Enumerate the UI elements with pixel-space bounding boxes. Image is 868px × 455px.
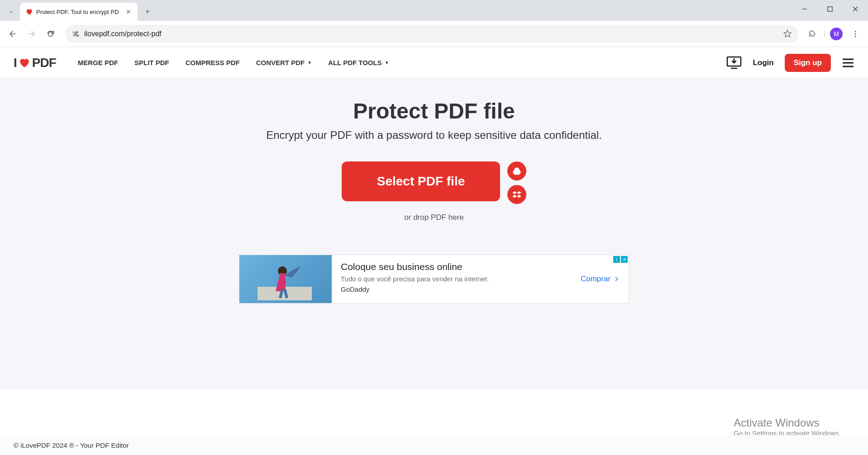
google-drive-icon — [512, 167, 521, 175]
svg-point-7 — [855, 35, 856, 37]
star-icon — [783, 29, 792, 38]
person-yoga-icon — [258, 260, 312, 300]
browser-toolbar: ilovepdf.com/protect-pdf | M — [0, 21, 868, 47]
profile-button[interactable]: M — [828, 26, 844, 42]
page-subtitle: Encrypt your PDF with a password to keep… — [0, 129, 868, 142]
new-tab-button[interactable]: + — [140, 5, 155, 19]
tab-title: Protect PDF. Tool to encrypt PD — [36, 9, 121, 15]
dropbox-button[interactable] — [507, 185, 526, 204]
heart-icon — [18, 57, 31, 69]
logo-prefix: I — [14, 56, 17, 70]
browser-tab[interactable]: Protect PDF. Tool to encrypt PD ✕ — [20, 3, 138, 21]
site-footer: © iLovePDF 2024 ® - Your PDF Editor — [0, 435, 868, 455]
arrow-left-icon — [8, 29, 17, 38]
copyright: © iLovePDF 2024 ® - Your PDF Editor — [14, 441, 129, 449]
svg-point-6 — [855, 33, 856, 34]
drop-hint: or drop PDF here — [0, 213, 868, 222]
tab-search-dropdown[interactable] — [4, 5, 18, 19]
dropbox-icon — [512, 190, 521, 199]
maximize-button[interactable] — [817, 0, 843, 18]
ad-close-button[interactable]: ✕ — [621, 256, 628, 263]
nav-split[interactable]: SPLIT PDF — [134, 59, 169, 66]
heart-icon — [25, 8, 33, 15]
logo-suffix: PDF — [32, 56, 56, 70]
svg-point-4 — [77, 35, 79, 36]
ad-info-button[interactable]: i — [613, 256, 620, 263]
desktop-app-button[interactable] — [726, 56, 742, 70]
chevron-right-icon — [613, 276, 620, 282]
close-window-button[interactable] — [843, 0, 868, 18]
logo[interactable]: I PDF — [14, 56, 56, 70]
caret-down-icon: ▼ — [385, 60, 389, 65]
header-right: Login Sign up — [726, 54, 854, 72]
ad-image — [239, 255, 332, 303]
login-link[interactable]: Login — [753, 58, 773, 67]
tab-close-button[interactable]: ✕ — [125, 8, 132, 15]
menu-button[interactable] — [842, 58, 854, 68]
nav-merge[interactable]: MERGE PDF — [78, 59, 118, 66]
window-controls — [792, 0, 868, 18]
svg-rect-1 — [828, 7, 832, 11]
hamburger-icon — [842, 58, 854, 68]
back-button[interactable] — [5, 26, 21, 42]
extensions-button[interactable] — [805, 26, 821, 42]
address-bar[interactable]: ilovepdf.com/protect-pdf — [65, 25, 798, 43]
cloud-buttons — [507, 161, 526, 204]
tab-strip: Protect PDF. Tool to encrypt PD ✕ + — [0, 0, 868, 21]
svg-point-2 — [76, 31, 78, 33]
minimize-button[interactable] — [792, 0, 817, 18]
browser-chrome: Protect PDF. Tool to encrypt PD ✕ + ilov… — [0, 0, 868, 47]
avatar: M — [830, 28, 843, 40]
dots-vertical-icon — [851, 30, 859, 38]
url-text: ilovepdf.com/protect-pdf — [84, 30, 778, 38]
ad-badges: i ✕ — [613, 256, 628, 263]
site-info-button[interactable] — [72, 30, 80, 38]
upload-area: Select PDF file — [342, 161, 527, 204]
watermark-title: Activate Windows — [734, 417, 841, 429]
bookmark-button[interactable] — [783, 29, 792, 38]
svg-point-3 — [75, 33, 76, 34]
ad-title: Coloque seu business online — [341, 261, 563, 272]
main-content: Protect PDF file Encrypt your PDF with a… — [0, 79, 868, 390]
reload-button[interactable] — [43, 26, 59, 42]
ad-desc: Tudo o que você precisa para vender na i… — [341, 275, 563, 283]
page-title: Protect PDF file — [0, 99, 868, 123]
browser-menu-button[interactable] — [847, 26, 863, 42]
nav-compress[interactable]: COMPRESS PDF — [186, 59, 240, 66]
select-file-button[interactable]: Select PDF file — [342, 161, 501, 201]
tune-icon — [72, 30, 80, 38]
site-header: I PDF MERGE PDF SPLIT PDF COMPRESS PDF C… — [0, 47, 868, 79]
windows-watermark: Activate Windows Go to Settings to activ… — [734, 417, 841, 437]
google-drive-button[interactable] — [507, 161, 526, 180]
ad-banner[interactable]: Coloque seu business online Tudo o que v… — [239, 255, 629, 303]
arrow-right-icon — [27, 29, 36, 38]
reload-icon — [46, 29, 55, 38]
ad-body: Coloque seu business online Tudo o que v… — [332, 255, 572, 303]
nav-convert[interactable]: CONVERT PDF▼ — [256, 59, 312, 66]
puzzle-icon — [808, 29, 817, 38]
caret-down-icon: ▼ — [307, 60, 312, 65]
forward-button[interactable] — [24, 26, 40, 42]
monitor-download-icon — [726, 56, 742, 70]
svg-point-5 — [855, 31, 856, 32]
chevron-down-icon — [8, 9, 14, 15]
main-nav: MERGE PDF SPLIT PDF COMPRESS PDF CONVERT… — [78, 59, 389, 66]
ad-brand: GoDaddy — [341, 285, 563, 293]
signup-button[interactable]: Sign up — [785, 54, 831, 72]
nav-alltools[interactable]: ALL PDF TOOLS▼ — [328, 59, 389, 66]
